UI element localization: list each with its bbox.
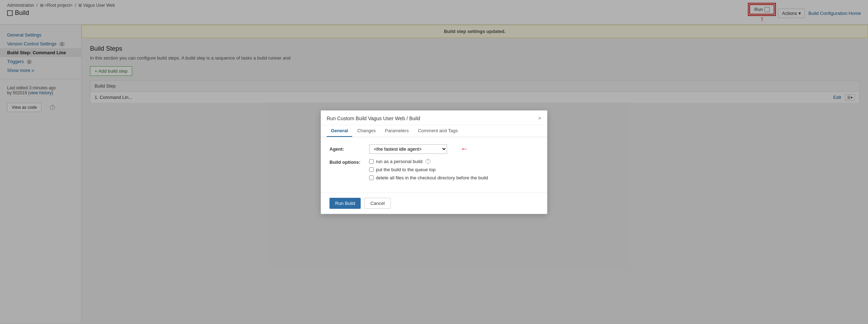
tab-general[interactable]: General <box>327 125 352 137</box>
checkbox-queue-top: put the build to the queue top <box>369 167 488 172</box>
personal-build-checkbox[interactable] <box>369 159 374 164</box>
run-build-button[interactable]: Run Build <box>329 198 361 209</box>
personal-build-help-icon[interactable]: ? <box>425 159 430 164</box>
agent-select[interactable]: <the fastest idle agent> <box>369 144 447 154</box>
modal-header: Run Custom Build Vagus User Web / Build … <box>321 111 547 125</box>
modal-footer: Run Build Cancel <box>321 192 547 214</box>
delete-files-checkbox[interactable] <box>369 175 374 180</box>
build-options-label: Build options: <box>329 159 365 165</box>
tab-changes[interactable]: Changes <box>353 125 380 137</box>
checkboxes-col: run as a personal build ? put the build … <box>369 159 488 180</box>
modal-close-button[interactable]: × <box>538 116 541 121</box>
modal-body: Agent: <the fastest idle agent> ← <box>321 137 547 192</box>
agent-select-wrap: <the fastest idle agent> ← <box>369 144 447 154</box>
modal-overlay[interactable]: Run Custom Build Vagus User Web / Build … <box>0 0 868 323</box>
agent-label: Agent: <box>329 146 365 152</box>
build-options-row: Build options: run as a personal build ?… <box>329 159 539 180</box>
queue-top-checkbox[interactable] <box>369 167 374 172</box>
tab-comment-and-tags[interactable]: Comment and Tags <box>414 125 462 137</box>
agent-red-arrow: ← <box>461 144 468 153</box>
checkbox-delete-files: delete all files in the checkout directo… <box>369 175 488 180</box>
cancel-button[interactable]: Cancel <box>364 198 390 209</box>
tab-parameters[interactable]: Parameters <box>381 125 413 137</box>
modal-tabs: General Changes Parameters Comment and T… <box>321 125 547 137</box>
modal-title: Run Custom Build Vagus User Web / Build <box>327 116 420 121</box>
agent-row: Agent: <the fastest idle agent> ← <box>329 144 539 154</box>
run-custom-build-modal: Run Custom Build Vagus User Web / Build … <box>321 110 547 214</box>
agent-arrow-wrap: <the fastest idle agent> ← <box>369 144 447 154</box>
checkbox-personal-build: run as a personal build ? <box>369 159 488 164</box>
